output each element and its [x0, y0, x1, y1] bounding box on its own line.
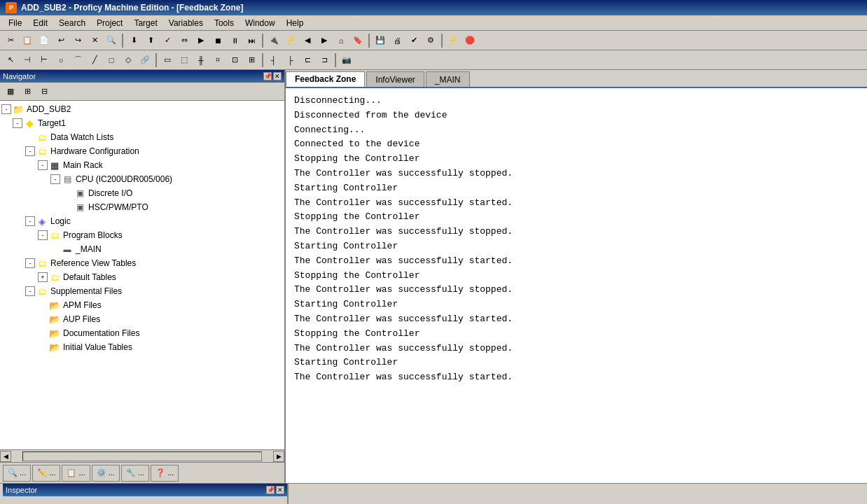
- line-btn[interactable]: ╱: [87, 52, 102, 68]
- draw3-btn[interactable]: ╫: [193, 52, 209, 68]
- tree-item-supplementalfiles[interactable]: - 🗂 Supplemental Files: [0, 284, 284, 298]
- config-btn[interactable]: ⚙: [423, 33, 438, 48]
- copy-btn[interactable]: 📋: [20, 33, 35, 48]
- ladder2-btn[interactable]: ├: [283, 52, 298, 68]
- bottom-view-btn[interactable]: 📋 ...: [62, 465, 90, 482]
- hscroll-track[interactable]: [22, 451, 262, 461]
- cut-btn[interactable]: ✂: [3, 33, 18, 48]
- paste-btn[interactable]: 📄: [36, 33, 52, 48]
- cursor-btn[interactable]: ↖: [3, 52, 18, 68]
- tab-feedback-zone[interactable]: Feedback Zone: [286, 71, 365, 87]
- scroll-left-btn[interactable]: ◀: [0, 451, 11, 462]
- nav-back-btn[interactable]: ◀: [300, 33, 315, 48]
- bookmark-btn[interactable]: 🔖: [350, 33, 366, 48]
- bottom-search-btn[interactable]: 🔍 ...: [3, 465, 31, 482]
- upload-btn[interactable]: ⬆: [143, 33, 158, 48]
- nav-fwd-btn[interactable]: ▶: [317, 33, 332, 48]
- tree-item-defaulttables[interactable]: + 🗂 Default Tables: [0, 270, 284, 284]
- toggle-programblocks[interactable]: -: [38, 230, 48, 240]
- diamond-btn[interactable]: ◇: [120, 52, 136, 68]
- bottom-help-btn[interactable]: ❓ ...: [151, 465, 179, 482]
- nav-collapse-btn[interactable]: ⊟: [36, 84, 52, 99]
- ladder4-btn[interactable]: ⊐: [317, 52, 332, 68]
- cam-btn[interactable]: 📷: [339, 52, 354, 68]
- draw5-btn[interactable]: ⊡: [227, 52, 242, 68]
- undo-btn[interactable]: ↩: [53, 33, 69, 48]
- tree-item-mainrack[interactable]: - ▦ Main Rack: [0, 158, 284, 172]
- stop2-btn[interactable]: 🛑: [462, 33, 478, 48]
- delete-btn[interactable]: ✕: [87, 33, 102, 48]
- circle-btn[interactable]: ○: [53, 52, 69, 68]
- menu-search[interactable]: Search: [53, 17, 91, 29]
- toggle-cpu[interactable]: -: [50, 174, 60, 184]
- tree-item-add-sub2[interactable]: - 📁 ADD_SUB2: [0, 102, 284, 116]
- arc-btn[interactable]: ⌒: [70, 52, 85, 68]
- tab-main[interactable]: _MAIN: [426, 71, 470, 87]
- toggle-add-sub2[interactable]: -: [1, 104, 11, 114]
- home-btn[interactable]: ⌂: [333, 33, 349, 48]
- toggle-rvt[interactable]: -: [25, 258, 35, 268]
- tree-item-logic[interactable]: - ◈ Logic: [0, 214, 284, 228]
- tree-item-discreteio[interactable]: ▣ Discrete I/O: [0, 186, 284, 200]
- tree-item-main[interactable]: ▬ _MAIN: [0, 242, 284, 256]
- save-btn[interactable]: 💾: [373, 33, 388, 48]
- run2-btn[interactable]: ⚡: [445, 33, 461, 48]
- tree-item-docfiles[interactable]: 📂 Documentation Files: [0, 326, 284, 340]
- disconnect-btn[interactable]: ⚡: [283, 33, 298, 48]
- toggle-mainrack[interactable]: -: [38, 160, 48, 170]
- scroll-right-btn[interactable]: ▶: [273, 451, 284, 462]
- ladder1-btn[interactable]: ┤: [266, 52, 282, 68]
- bottom-edit-btn[interactable]: ✏️ ...: [32, 465, 60, 482]
- menu-tools[interactable]: Tools: [209, 17, 240, 29]
- download-btn[interactable]: ⬇: [126, 33, 141, 48]
- align2-btn[interactable]: ⊢: [36, 52, 52, 68]
- toggle-sf[interactable]: -: [25, 286, 35, 296]
- verify-btn[interactable]: ✓: [160, 33, 175, 48]
- print-btn[interactable]: 🖨: [389, 33, 405, 48]
- tree-item-programblocks[interactable]: - 🗂 Program Blocks: [0, 228, 284, 242]
- tree-item-datawatchlists[interactable]: 🗂 Data Watch Lists: [0, 130, 284, 144]
- tree-item-hwconfig[interactable]: - 🗂 Hardware Configuration: [0, 144, 284, 158]
- menu-target[interactable]: Target: [128, 17, 162, 29]
- draw4-btn[interactable]: ⌗: [210, 52, 226, 68]
- connect-btn[interactable]: 🔌: [266, 33, 282, 48]
- rect-btn[interactable]: □: [104, 52, 119, 68]
- nav-expand-btn[interactable]: ⊞: [20, 84, 35, 99]
- find-btn[interactable]: 🔍: [104, 33, 119, 48]
- ladder3-btn[interactable]: ⊏: [300, 52, 315, 68]
- bottom-target-btn[interactable]: 🔧 ...: [121, 465, 149, 482]
- stop-btn[interactable]: ⏹: [210, 33, 226, 48]
- link-btn[interactable]: 🔗: [137, 52, 153, 68]
- tree-item-target1[interactable]: - ◆ Target1: [0, 116, 284, 130]
- close-navigator-btn[interactable]: ✕: [273, 72, 282, 80]
- tree-item-initvalues[interactable]: 📂 Initial Value Tables: [0, 340, 284, 354]
- toggle-logic[interactable]: -: [25, 216, 35, 226]
- draw6-btn[interactable]: ⊞: [244, 52, 259, 68]
- tree-item-cpu[interactable]: - ▤ CPU (IC200UDR005/006): [0, 172, 284, 186]
- nav-view-btn[interactable]: ▦: [3, 84, 18, 99]
- step-btn[interactable]: ⏭: [244, 33, 259, 48]
- menu-variables[interactable]: Variables: [163, 17, 209, 29]
- toggle-hwconfig[interactable]: -: [25, 146, 35, 156]
- menu-window[interactable]: Window: [240, 17, 281, 29]
- draw1-btn[interactable]: ▭: [160, 52, 175, 68]
- menu-project[interactable]: Project: [91, 17, 128, 29]
- close-inspector-btn[interactable]: ✕: [276, 486, 284, 494]
- toggle-target1[interactable]: -: [13, 118, 22, 128]
- check-btn[interactable]: ✔: [406, 33, 422, 48]
- pin-btn[interactable]: 📌: [263, 72, 272, 80]
- tab-infoviewer[interactable]: InfoViewer: [366, 71, 424, 87]
- menu-help[interactable]: Help: [281, 17, 310, 29]
- draw2-btn[interactable]: ⬚: [176, 52, 192, 68]
- tree-item-apmfiles[interactable]: 📂 APM Files: [0, 298, 284, 312]
- redo-btn[interactable]: ↪: [70, 33, 85, 48]
- run-btn[interactable]: ▶: [193, 33, 209, 48]
- tree-item-aupfiles[interactable]: 📂 AUP Files: [0, 312, 284, 326]
- tree-item-hsc[interactable]: ▣ HSC/PWM/PTO: [0, 200, 284, 214]
- pin-inspector-btn[interactable]: 📌: [266, 486, 275, 494]
- align1-btn[interactable]: ⊣: [20, 52, 35, 68]
- tree-item-refviewtables[interactable]: - 🗂 Reference View Tables: [0, 256, 284, 270]
- bottom-config-btn[interactable]: ⚙️ ...: [92, 465, 120, 482]
- menu-edit[interactable]: Edit: [27, 17, 53, 29]
- toggle-dt[interactable]: +: [38, 272, 48, 282]
